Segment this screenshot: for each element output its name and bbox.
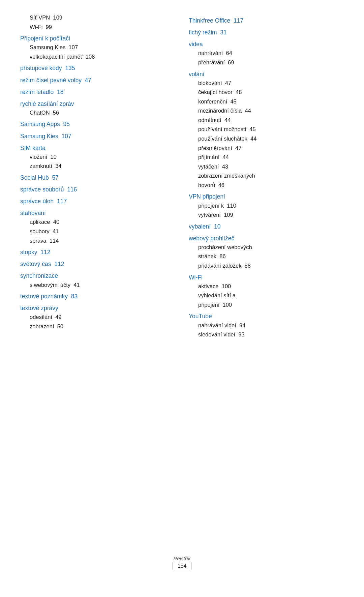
index-header: textové poznámky 83 [20,292,175,301]
index-subentry: vložení 10 [20,153,175,161]
header-num: 107 [62,133,71,140]
sub-text: připojení [198,302,219,308]
header-text: VPN připojení [189,193,225,200]
sub-text: odmítnutí [198,117,221,123]
sub-num: 109 [224,212,233,218]
sub-num: 45 [230,98,236,105]
header-text: rychlé zasílání zpráv [20,100,74,107]
sub-num: 114 [50,238,59,244]
sub-num: 44 [222,154,229,160]
header-text: SIM karta [20,145,46,151]
index-subentry: přijímání 44 [189,153,344,162]
sub-text: mezinárodní čísla [198,108,242,114]
header-text: správce úloh [20,198,54,205]
index-subentry: Samsung Kies 107 [20,43,175,52]
sub-text: používání sluchátek [198,136,247,142]
sub-text: hovorů [198,182,215,188]
sub-text: čekající hovor [198,89,233,95]
page: Síť VPN 109Wi-Fi 99Připojení k počítačiS… [0,0,364,597]
header-text: režim letadlo [20,89,54,95]
index-subentry: aktivace 100 [189,282,344,291]
index-subentry: používání možností 45 [189,125,344,134]
header-text: Samsung Kies [20,133,58,140]
index-header: přístupové kódy 135 [20,64,175,73]
index-header: vybalení 10 [189,222,344,231]
index-header: rychlé zasílání zpráv [20,99,175,109]
header-text: textové zprávy [20,305,58,311]
sub-text: vytváření [198,212,221,218]
page-footer: Rejstřík 154 [20,556,344,570]
sub-text: správa [30,238,47,244]
header-num: 112 [54,261,64,267]
sub-text: nahrávání [198,50,223,56]
sub-text: aktivace [198,283,219,289]
index-subentry: připojení 100 [189,301,344,309]
index-header: světový čas 112 [20,260,175,269]
sub-text: sledování videí [198,331,235,337]
header-num: 117 [234,17,243,24]
sub-num: 49 [55,314,61,320]
header-text: stahování [20,210,46,216]
index-subentry: zamknutí 34 [20,162,175,171]
sub-text: s webovými účty [30,282,70,288]
index-subentry: s webovými účty 41 [20,281,175,290]
header-num: 95 [63,121,69,127]
header-text: Připojení k počítači [20,35,70,42]
sub-num: 100 [222,283,231,289]
sub-num: 46 [218,182,224,188]
sub-num: 43 [222,163,228,170]
index-subentry: hovorů 46 [189,181,344,190]
index-subentry: aplikace 40 [20,218,175,227]
header-text: přístupové kódy [20,65,62,71]
index-header: správce úloh 117 [20,197,175,206]
index-header: webový prohlížeč [189,234,344,243]
index-header: Připojení k počítači [20,34,175,43]
index-subentry: nahrávání 64 [189,49,344,58]
index-header: tichý režim 31 [189,28,344,37]
header-text: vybalení [189,223,211,230]
header-num: 31 [220,29,226,36]
sub-text: používání možností [198,126,246,132]
sub-text: vložení [30,154,47,160]
header-num: 57 [52,174,58,181]
index-subentry: vytáčení 43 [189,162,344,171]
index-header: Social Hub 57 [20,173,175,182]
sub-text: blokování [198,80,222,86]
sub-num: 44 [224,117,231,123]
content-columns: Síť VPN 109Wi-Fi 99Připojení k počítačiS… [20,13,344,542]
sub-text: zobrazení zmeškaných [198,173,255,179]
index-header: Samsung Apps 95 [20,120,175,129]
index-subentry: čekající hovor 48 [189,88,344,97]
index-header: stahování [20,209,175,218]
index-subentry: stránek 86 [189,252,344,261]
sub-num: 110 [227,203,236,209]
sub-text: přesměrování [198,145,232,151]
page-number: 154 [173,562,192,570]
index-header: režim letadlo 18 [20,88,175,97]
index-subentry: odesílání 49 [20,313,175,322]
sub-num: 44 [250,136,256,142]
header-text: videa [189,41,203,48]
header-num: 116 [67,186,77,193]
index-subentry: odmítnutí 44 [189,116,344,125]
header-text: stopky [20,249,37,256]
index-header: textové zprávy [20,304,175,313]
index-subentry: mezinárodní čísla 44 [189,107,344,115]
index-header: volání [189,70,344,79]
index-header: stopky 112 [20,248,175,257]
sub-num: 40 [53,219,59,225]
header-text: Thinkfree Office [189,17,230,24]
sub-num: 100 [222,302,232,308]
sub-text: nahrávání videí [198,322,236,328]
header-text: tichý režim [189,29,217,36]
index-subentry: velkokapacitní paměť 108 [20,53,175,61]
header-text: textové poznámky [20,293,68,300]
sub-num: 41 [53,228,59,234]
header-text: synchronizace [20,272,58,279]
sub-num: 86 [219,253,225,259]
header-text: webový prohlížeč [189,235,234,242]
sub-text: procházení webových [198,244,252,250]
footer-label: Rejstřík [20,556,344,561]
index-header: VPN připojení [189,192,344,201]
header-num: 112 [40,249,50,256]
